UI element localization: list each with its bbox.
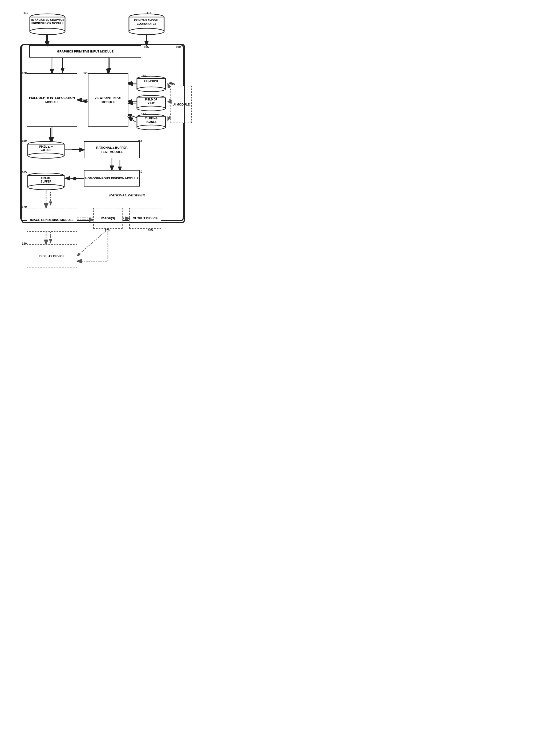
box-125: VIEWPOINT INPUT MODULE <box>88 73 128 127</box>
svg-line-66 <box>168 114 171 120</box>
box-170: IMAGE RENDERING MODULE <box>27 208 77 232</box>
db-110: 2D AND/OR 3D GRAPHICS PRIMITIVES OR MODE… <box>29 13 66 35</box>
label-185: 185 <box>148 228 153 232</box>
svg-point-33 <box>137 87 165 92</box>
svg-rect-56 <box>22 44 184 223</box>
db-115: PRIMITIVE / MODEL COORDINATES <box>128 13 165 35</box>
db-140-label: CLIPPINGPLANES <box>136 117 167 124</box>
rational-zbuffer-label: RATIONAL Z-BUFFER <box>109 193 145 197</box>
label-150: 150 <box>22 139 27 142</box>
label-105: 105 <box>144 45 149 49</box>
db-115-label: PRIMITIVE / MODEL COORDINATES <box>128 19 165 26</box>
db-130-label: EYE-POINT <box>136 80 167 82</box>
label-100: 100 <box>176 45 181 49</box>
db-135: FIELD OFVIEW <box>136 95 167 111</box>
db-135-label: FIELD OFVIEW <box>136 98 167 105</box>
label-175: 175 <box>105 228 109 232</box>
svg-point-28 <box>129 28 164 35</box>
db-165-label: FRAMEBUFFER <box>27 176 65 183</box>
box-160: HOMOGENEOUS DIVISION MODULE <box>84 170 140 187</box>
box-120: PIXEL DEPTH INTERPOLATION MODULE <box>27 73 77 127</box>
box-180: DISPLAY DEVICE <box>27 244 77 268</box>
label-165: 165 <box>22 171 27 174</box>
box-155: RATIONAL z-BUFFERTEST MODULE <box>84 141 140 158</box>
svg-point-43 <box>137 125 165 130</box>
box-105: GRAPHICS PRIMITIVE INPUT MODULE <box>29 45 141 58</box>
db-150-label: PIXEL z, wVALUES <box>27 145 65 152</box>
svg-rect-0 <box>21 45 183 221</box>
svg-point-23 <box>30 28 65 35</box>
db-130: EYE-POINT <box>136 76 167 92</box>
label-170: 170 <box>22 205 27 209</box>
svg-point-38 <box>137 106 165 111</box>
box-145: UI MODULE <box>171 86 192 123</box>
label-145: 145 <box>170 82 175 86</box>
svg-line-63 <box>128 117 136 122</box>
label-110: 110 <box>24 11 28 14</box>
svg-point-53 <box>28 184 64 190</box>
box-175: IMAGE(S) <box>93 208 123 228</box>
db-150: PIXEL z, wVALUES <box>27 141 65 159</box>
db-140: CLIPPINGPLANES <box>136 114 167 130</box>
label-180: 180 <box>22 242 27 245</box>
db-110-label: 2D AND/OR 3D GRAPHICS PRIMITIVES OR MODE… <box>29 18 66 25</box>
label-120: 120 <box>22 72 27 75</box>
db-165: FRAMEBUFFER <box>27 173 65 190</box>
label-125: 125 <box>83 72 88 75</box>
svg-point-48 <box>28 153 64 158</box>
svg-line-20 <box>77 229 108 256</box>
box-185: OUTPUT DEVICE <box>129 208 161 228</box>
